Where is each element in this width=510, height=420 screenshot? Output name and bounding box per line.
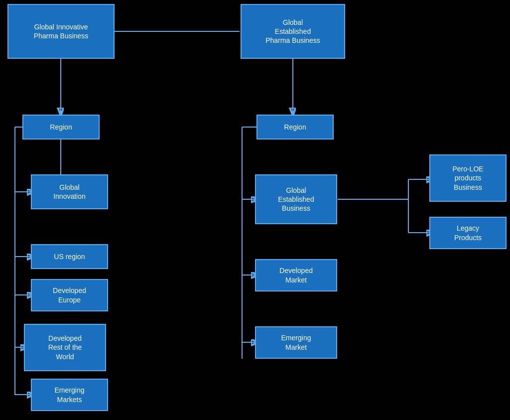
developed-europe-label: Developed Europe — [53, 286, 86, 304]
developed-row-label: Developed Rest of the World — [48, 334, 82, 361]
legacy-products-node: Legacy Products — [429, 217, 507, 249]
global-established-label: Global Established Pharma Business — [265, 18, 320, 45]
emerging-markets-node: Emerging Markets — [31, 379, 108, 411]
us-region-node: US region — [31, 244, 108, 269]
pero-loe-node: Pero-LOE products Business — [429, 154, 507, 202]
developed-market-node: Developed Market — [255, 259, 337, 291]
global-innovative-label: Global Innovative Pharma Business — [34, 22, 89, 40]
region-left-label: Region — [50, 123, 72, 132]
diagram: Global Innovative Pharma Business Global… — [0, 0, 510, 420]
global-innovative-node: Global Innovative Pharma Business — [7, 4, 115, 59]
emerging-market-node: Emerging Market — [255, 326, 337, 359]
us-region-label: US region — [54, 252, 85, 261]
region-left-node: Region — [22, 115, 100, 140]
region-right-node: Region — [256, 115, 334, 140]
global-innovation-node: Global Innovation — [31, 174, 108, 209]
pero-loe-label: Pero-LOE products Business — [452, 164, 483, 192]
legacy-products-label: Legacy Products — [454, 224, 482, 242]
region-right-label: Region — [284, 123, 306, 132]
developed-market-label: Developed Market — [279, 266, 313, 284]
developed-europe-node: Developed Europe — [31, 279, 108, 311]
developed-row-node: Developed Rest of the World — [24, 324, 106, 371]
emerging-markets-label: Emerging Markets — [55, 386, 85, 404]
global-established-node: Global Established Pharma Business — [241, 4, 345, 59]
global-innovation-label: Global Innovation — [53, 183, 86, 201]
emerging-market-label: Emerging Market — [281, 333, 311, 351]
global-established-biz-node: Global Established Business — [255, 174, 337, 224]
global-established-biz-label: Global Established Business — [278, 186, 314, 213]
